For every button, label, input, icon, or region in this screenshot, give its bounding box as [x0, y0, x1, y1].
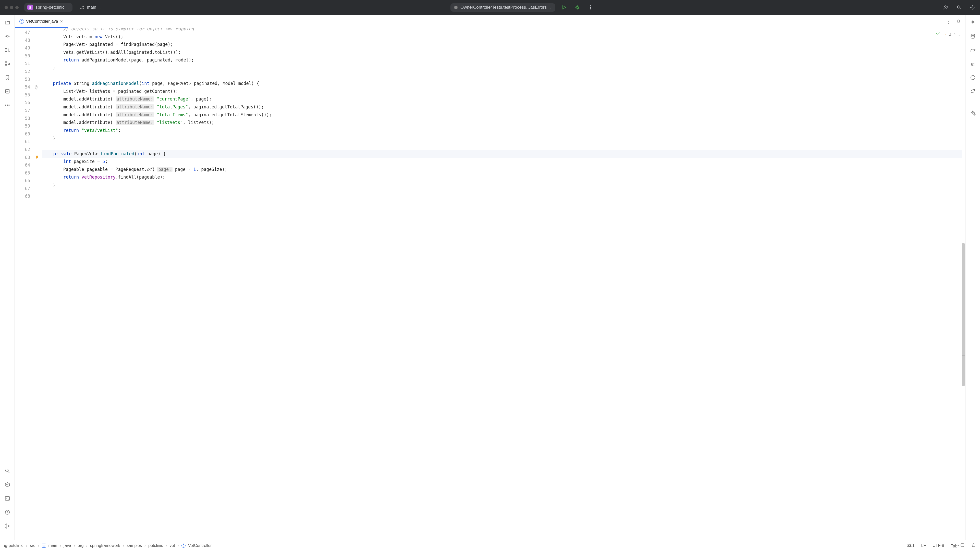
- chevron-right-icon: ›: [38, 543, 39, 548]
- svg-rect-12: [5, 65, 6, 66]
- chevron-right-icon: ›: [165, 543, 167, 548]
- spring-tool-icon[interactable]: [970, 88, 976, 94]
- run-button[interactable]: [559, 3, 569, 12]
- svg-point-22: [6, 527, 7, 528]
- database-tool-icon[interactable]: [970, 33, 976, 39]
- ai-actions-icon[interactable]: [970, 110, 976, 116]
- svg-point-15: [5, 105, 6, 106]
- chevron-right-icon: ›: [26, 543, 27, 548]
- svg-point-2: [590, 7, 591, 8]
- svg-rect-11: [5, 62, 6, 63]
- breadcrumb-part[interactable]: vet: [169, 543, 175, 548]
- branch-selector[interactable]: main ⌄: [76, 3, 104, 11]
- breadcrumb-part[interactable]: springframework: [90, 543, 120, 548]
- services-tool-icon[interactable]: [4, 482, 11, 488]
- ai-assistant-icon[interactable]: [970, 19, 976, 25]
- status-right: 63:1 LF UTF-8 Tab*: [907, 543, 976, 548]
- editor-scrollbar[interactable]: [962, 28, 965, 540]
- terminal-tool-icon[interactable]: [4, 495, 11, 502]
- commit-tool-icon[interactable]: [4, 33, 11, 39]
- settings-button[interactable]: [968, 3, 977, 12]
- module-icon: ▭: [42, 544, 46, 548]
- read-only-toggle[interactable]: [971, 543, 976, 548]
- breadcrumb-part[interactable]: org: [78, 543, 83, 548]
- structure-tool-icon[interactable]: [4, 61, 11, 67]
- chevron-right-icon: ›: [60, 543, 61, 548]
- run-config-name: OwnerControllerTests.testProcess…asError…: [460, 5, 547, 10]
- svg-point-4: [945, 6, 946, 7]
- svg-rect-13: [8, 63, 10, 65]
- project-tool-icon[interactable]: [4, 19, 11, 25]
- indent-setting[interactable]: Tab*: [951, 543, 965, 548]
- git-tool-icon[interactable]: [4, 523, 11, 529]
- problems-tool-icon[interactable]: [4, 509, 11, 515]
- java-class-icon: C: [19, 19, 24, 24]
- build-tool-icon[interactable]: [4, 88, 11, 94]
- traffic-close[interactable]: [5, 6, 8, 9]
- bookmarks-tool-icon[interactable]: [4, 75, 11, 81]
- svg-point-8: [5, 48, 6, 49]
- svg-rect-27: [972, 545, 975, 547]
- caret-position[interactable]: 63:1: [907, 543, 915, 548]
- svg-point-16: [7, 105, 8, 106]
- svg-point-3: [590, 9, 591, 10]
- editor-tabs: C VetController.java ✕ ⋮: [15, 15, 965, 28]
- more-actions-button[interactable]: [586, 3, 595, 12]
- svg-point-18: [5, 469, 8, 472]
- line-separator[interactable]: LF: [921, 543, 926, 548]
- indent-settings-icon: [960, 544, 965, 548]
- breadcrumb-class[interactable]: VetController: [188, 543, 212, 548]
- window-controls: [3, 6, 20, 9]
- svg-point-1: [590, 6, 591, 6]
- pull-requests-icon[interactable]: [4, 47, 11, 53]
- branch-name: main: [87, 5, 96, 10]
- code-with-me-button[interactable]: [941, 3, 950, 12]
- right-tool-strip: m: [965, 15, 980, 540]
- svg-point-10: [8, 51, 10, 52]
- file-encoding[interactable]: UTF-8: [932, 543, 944, 548]
- line-numbers: 4748495051525354555657585960616263646566…: [15, 28, 33, 540]
- breadcrumb[interactable]: ig-petclinic › src › ▭ main › java › org…: [4, 543, 904, 548]
- run-config-icon: [454, 5, 458, 10]
- breadcrumb-part[interactable]: src: [30, 543, 35, 548]
- run-config-selector[interactable]: OwnerControllerTests.testProcess…asError…: [450, 3, 555, 12]
- find-tool-icon[interactable]: [4, 468, 11, 474]
- svg-point-24: [971, 34, 975, 36]
- bookmark-gutter-icon[interactable]: [35, 154, 39, 162]
- close-tab-icon[interactable]: ✕: [60, 19, 63, 24]
- editor: C VetController.java ✕ ⋮ 〰 2 ⌃ ⌄: [15, 15, 965, 540]
- tab-more-icon[interactable]: ⋮: [946, 18, 951, 24]
- svg-point-0: [576, 6, 578, 8]
- traffic-max[interactable]: [15, 6, 19, 9]
- svg-point-6: [972, 7, 973, 8]
- search-everywhere-button[interactable]: [955, 3, 964, 12]
- override-gutter-icon[interactable]: @: [35, 83, 38, 91]
- breadcrumb-part[interactable]: petclinic: [148, 543, 163, 548]
- code-text[interactable]: // Objects so it is Simpler for Object X…: [42, 28, 962, 540]
- code-area[interactable]: 〰 2 ⌃ ⌄ 47484950515253545556575859606162…: [15, 28, 965, 540]
- debug-button[interactable]: [573, 3, 582, 12]
- scrollbar-thumb[interactable]: [962, 243, 965, 386]
- coverage-tool-icon[interactable]: [970, 75, 976, 81]
- breadcrumb-part[interactable]: samples: [127, 543, 142, 548]
- main-area: C VetController.java ✕ ⋮ 〰 2 ⌃ ⌄: [0, 15, 980, 540]
- more-tools-icon[interactable]: [4, 102, 11, 108]
- svg-point-21: [6, 524, 7, 525]
- project-selector[interactable]: S spring-petclinic ⌄: [24, 3, 73, 12]
- branch-icon: [80, 5, 84, 10]
- project-name: spring-petclinic: [35, 5, 64, 10]
- svg-point-23: [8, 526, 9, 527]
- breadcrumb-part[interactable]: java: [64, 543, 71, 548]
- tab-vetcontroller[interactable]: C VetController.java ✕: [15, 15, 68, 28]
- maven-tool-icon[interactable]: m: [970, 61, 976, 67]
- breadcrumb-part[interactable]: main: [48, 543, 57, 548]
- gradle-tool-icon[interactable]: [970, 47, 976, 53]
- traffic-min[interactable]: [10, 6, 13, 9]
- chevron-right-icon: ›: [74, 543, 75, 548]
- chevron-right-icon: ›: [178, 543, 179, 548]
- chevron-right-icon: ›: [86, 543, 87, 548]
- titlebar: S spring-petclinic ⌄ main ⌄ OwnerControl…: [0, 0, 980, 15]
- notifications-icon[interactable]: [956, 18, 961, 24]
- svg-point-17: [8, 105, 9, 106]
- breadcrumb-part[interactable]: ig-petclinic: [4, 543, 24, 548]
